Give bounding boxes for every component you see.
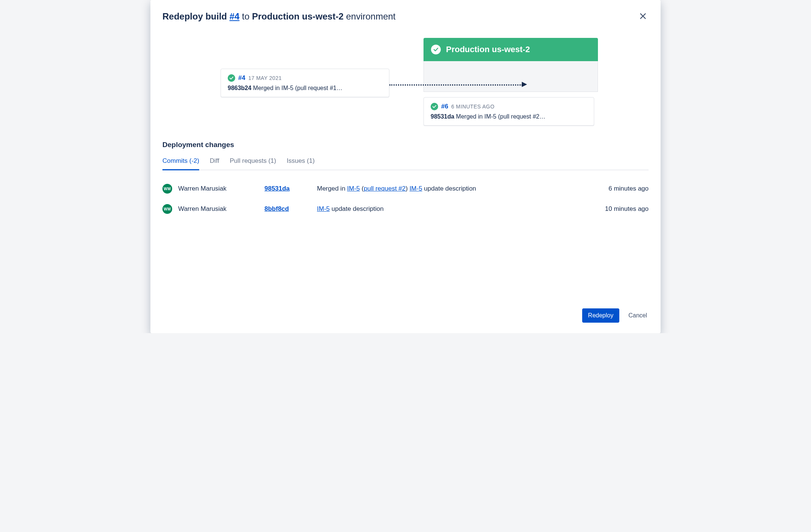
close-icon [639, 12, 647, 20]
deployment-changes-section: Deployment changes Commits (-2) Diff Pul… [162, 141, 649, 219]
issue-link[interactable]: IM-5 [317, 205, 330, 212]
build-card-header: #4 17 MAY 2021 [228, 74, 382, 82]
build-card-body: 9863b24 Merged in IM-5 (pull request #1… [228, 85, 382, 92]
success-icon [228, 74, 235, 82]
commit-message: Merged in IM-5 (pull request #2) IM-5 up… [317, 185, 581, 192]
modal-title: Redeploy build #4 to Production us-west-… [162, 11, 396, 22]
commit-row: WM Warren Marusiak 8bbf8cd IM-5 update d… [162, 199, 649, 219]
env-name: Production us-west-2 [252, 11, 344, 21]
commit-message: IM-5 update description [317, 205, 581, 213]
tabs: Commits (-2) Diff Pull requests (1) Issu… [162, 157, 649, 170]
modal-header: Redeploy build #4 to Production us-west-… [162, 11, 649, 23]
commit-time: 6 minutes ago [581, 185, 649, 192]
commit-hash-link[interactable]: 98531da [264, 185, 317, 192]
source-column: #4 17 MAY 2021 9863b24 Merged in IM-5 (p… [221, 38, 389, 97]
target-column: Production us-west-2 #6 6 MINUTES AGO 98… [424, 38, 598, 126]
title-prefix: Redeploy build [162, 11, 230, 21]
cancel-button[interactable]: Cancel [627, 308, 649, 323]
build-number: #4 [238, 74, 245, 82]
source-build-card[interactable]: #4 17 MAY 2021 9863b24 Merged in IM-5 (p… [221, 69, 389, 97]
environment-banner: Production us-west-2 [424, 38, 598, 61]
commit-hash: 98531da [431, 113, 454, 120]
title-mid: to [239, 11, 252, 21]
tab-issues[interactable]: Issues (1) [287, 157, 315, 170]
issue-link[interactable]: IM-5 [347, 185, 360, 192]
commit-hash-link[interactable]: 8bbf8cd [264, 205, 317, 213]
commit-msg: Merged in IM-5 (pull request #2… [454, 113, 545, 120]
redeploy-button[interactable]: Redeploy [582, 308, 620, 323]
commit-author: Warren Marusiak [178, 185, 264, 192]
environment-name: Production us-west-2 [446, 45, 530, 54]
commit-hash: 9863b24 [228, 85, 251, 91]
success-icon [431, 45, 441, 54]
deployment-diagram: #4 17 MAY 2021 9863b24 Merged in IM-5 (p… [162, 38, 649, 126]
tab-commits[interactable]: Commits (-2) [162, 157, 199, 170]
tab-pull-requests[interactable]: Pull requests (1) [230, 157, 276, 170]
redeploy-modal: Redeploy build #4 to Production us-west-… [150, 0, 661, 333]
commit-time: 10 minutes ago [581, 205, 649, 213]
build-date: 6 MINUTES AGO [451, 104, 494, 110]
arrow-head-icon [522, 82, 527, 89]
commit-msg: Merged in IM-5 (pull request #1… [251, 85, 342, 91]
build-date: 17 MAY 2021 [248, 75, 282, 81]
arrow-line [389, 84, 523, 86]
modal-footer: Redeploy Cancel [162, 308, 649, 323]
avatar: WM [162, 184, 172, 194]
deployment-slot [424, 61, 598, 92]
success-icon [431, 103, 438, 110]
pr-link[interactable]: pull request #2 [364, 185, 406, 192]
commit-author: Warren Marusiak [178, 205, 264, 213]
commits-list: WM Warren Marusiak 98531da Merged in IM-… [162, 179, 649, 219]
build-card-header: #6 6 MINUTES AGO [431, 103, 587, 110]
build-card-body: 98531da Merged in IM-5 (pull request #2… [431, 113, 587, 120]
section-title: Deployment changes [162, 141, 649, 149]
current-build-card[interactable]: #6 6 MINUTES AGO 98531da Merged in IM-5 … [424, 97, 594, 126]
commit-row: WM Warren Marusiak 98531da Merged in IM-… [162, 179, 649, 199]
tab-diff[interactable]: Diff [210, 157, 219, 170]
build-number: #6 [441, 103, 448, 110]
close-button[interactable] [637, 11, 649, 23]
spacer [424, 92, 598, 97]
title-suffix: environment [344, 11, 396, 21]
avatar: WM [162, 204, 172, 214]
issue-link[interactable]: IM-5 [410, 185, 422, 192]
build-number-link[interactable]: #4 [230, 11, 240, 21]
